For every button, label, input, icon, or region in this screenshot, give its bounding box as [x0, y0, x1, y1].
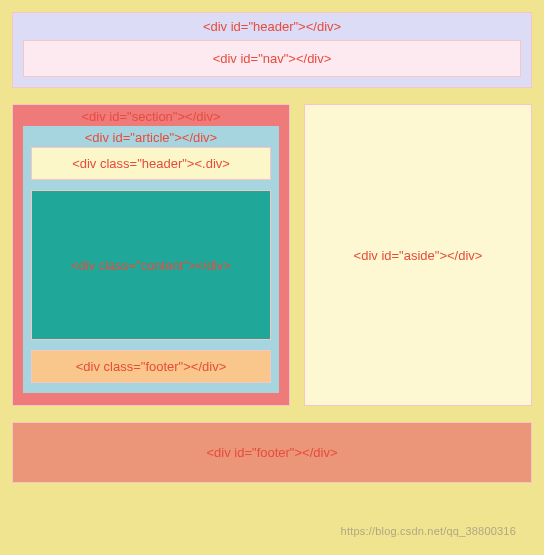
footer-block: <div id="footer"></div> — [12, 422, 532, 483]
header-label: <div id="header"></div> — [23, 19, 521, 34]
content-block: <div class="content"></div> — [31, 190, 271, 340]
middle-row: <div id="section"></div> <div id="articl… — [12, 104, 532, 406]
inner-header-block: <div class="header"><.div> — [31, 147, 271, 180]
aside-block: <div id="aside"></div> — [304, 104, 532, 406]
article-block: <div id="article"></div> <div class="hea… — [23, 126, 279, 393]
section-label: <div id="section"></div> — [23, 109, 279, 124]
header-block: <div id="header"></div> <div id="nav"></… — [12, 12, 532, 88]
aside-label: <div id="aside"></div> — [354, 248, 483, 263]
watermark-text: https://blog.csdn.net/qq_38800316 — [341, 525, 516, 537]
content-label: <div class="content"></div> — [71, 258, 231, 273]
article-label: <div id="article"></div> — [31, 130, 271, 145]
nav-block: <div id="nav"></div> — [23, 40, 521, 77]
inner-header-label: <div class="header"><.div> — [72, 156, 230, 171]
section-block: <div id="section"></div> <div id="articl… — [12, 104, 290, 406]
nav-label: <div id="nav"></div> — [213, 51, 332, 66]
inner-footer-block: <div class="footer"></div> — [31, 350, 271, 383]
inner-footer-label: <div class="footer"></div> — [76, 359, 227, 374]
footer-label: <div id="footer"></div> — [206, 445, 337, 460]
